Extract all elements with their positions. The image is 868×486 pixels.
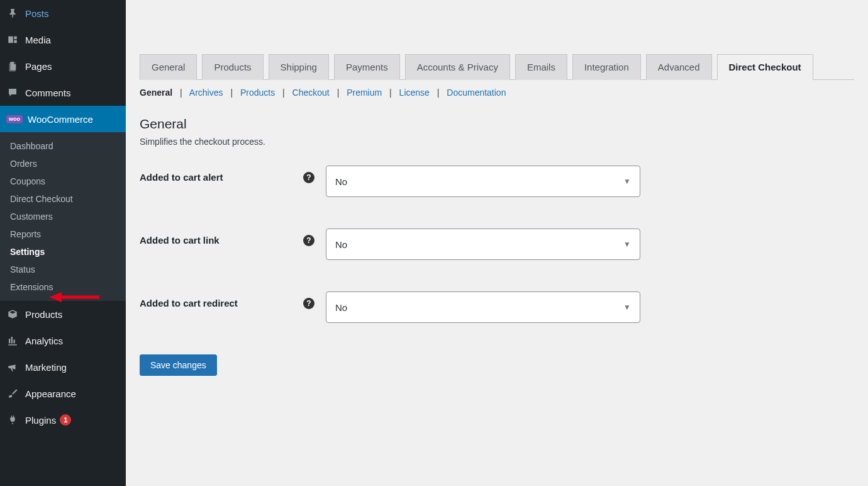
field-label: Added to cart link <box>140 229 303 246</box>
menu-label: Appearance <box>25 388 76 399</box>
settings-tabs: General Products Shipping Payments Accou… <box>140 54 854 80</box>
section-description: Simplifies the checkout process. <box>140 137 854 147</box>
pin-icon <box>6 7 19 20</box>
tab-shipping[interactable]: Shipping <box>269 54 329 80</box>
menu-label: WooCommerce <box>28 114 93 125</box>
chevron-down-icon: ▼ <box>623 240 631 249</box>
subnav-checkout[interactable]: Checkout <box>292 88 330 98</box>
menu-marketing[interactable]: Marketing <box>0 354 126 380</box>
products-icon <box>6 308 19 320</box>
pages-icon <box>6 60 19 72</box>
tab-integration[interactable]: Integration <box>572 54 641 80</box>
menu-woocommerce[interactable]: woo WooCommerce <box>0 106 126 132</box>
menu-label: Comments <box>25 88 71 98</box>
menu-appearance[interactable]: Appearance <box>0 380 126 407</box>
save-changes-button[interactable]: Save changes <box>140 354 217 376</box>
update-count-badge: 1 <box>60 414 71 426</box>
woocommerce-submenu: Dashboard Orders Coupons Direct Checkout… <box>0 132 126 301</box>
tab-emails[interactable]: Emails <box>515 54 567 80</box>
tab-direct-checkout[interactable]: Direct Checkout <box>717 54 813 80</box>
field-added-to-cart-alert: Added to cart alert ? No ▼ <box>140 166 854 197</box>
help-icon[interactable]: ? <box>303 235 314 246</box>
field-label: Added to cart alert <box>140 166 303 183</box>
menu-analytics[interactable]: Analytics <box>0 327 126 354</box>
menu-products[interactable]: Products <box>0 301 126 327</box>
menu-label: Products <box>25 309 62 320</box>
chevron-down-icon: ▼ <box>623 303 631 312</box>
tab-payments[interactable]: Payments <box>334 54 400 80</box>
select-added-to-cart-redirect[interactable]: No ▼ <box>326 291 640 323</box>
subnav-premium[interactable]: Premium <box>347 88 382 98</box>
menu-plugins[interactable]: Plugins 1 <box>0 407 126 433</box>
chevron-down-icon: ▼ <box>623 177 631 186</box>
subnav-license[interactable]: License <box>399 88 430 98</box>
submenu-direct-checkout[interactable]: Direct Checkout <box>0 190 126 208</box>
select-value: No <box>335 239 347 250</box>
field-added-to-cart-redirect: Added to cart redirect ? No ▼ <box>140 291 854 323</box>
select-value: No <box>335 302 347 313</box>
comment-icon <box>6 86 19 99</box>
menu-label: Plugins <box>25 415 56 426</box>
submenu-status[interactable]: Status <box>0 261 126 278</box>
submenu-customers[interactable]: Customers <box>0 208 126 225</box>
subnav-archives[interactable]: Archives <box>189 88 223 98</box>
tab-advanced[interactable]: Advanced <box>646 54 712 80</box>
submenu-coupons[interactable]: Coupons <box>0 172 126 190</box>
menu-label: Media <box>25 35 51 45</box>
subnav-products[interactable]: Products <box>240 88 275 98</box>
section-title: General <box>140 116 854 132</box>
field-added-to-cart-link: Added to cart link ? No ▼ <box>140 229 854 260</box>
menu-media[interactable]: Media <box>0 26 126 53</box>
menu-pages[interactable]: Pages <box>0 53 126 79</box>
main-content: General Products Shipping Payments Accou… <box>126 0 868 486</box>
submenu-dashboard[interactable]: Dashboard <box>0 137 126 155</box>
menu-label: Pages <box>25 61 52 72</box>
help-icon[interactable]: ? <box>303 298 314 309</box>
submenu-settings[interactable]: Settings <box>0 243 126 261</box>
menu-posts[interactable]: Posts <box>0 0 126 26</box>
brush-icon <box>6 387 19 400</box>
select-added-to-cart-link[interactable]: No ▼ <box>326 229 640 260</box>
select-added-to-cart-alert[interactable]: No ▼ <box>326 166 640 197</box>
subnav-general[interactable]: General <box>140 88 172 98</box>
menu-label: Analytics <box>25 336 63 346</box>
analytics-icon <box>6 334 19 347</box>
tab-products[interactable]: Products <box>202 54 263 80</box>
menu-comments[interactable]: Comments <box>0 79 126 106</box>
admin-sidebar: Posts Media Pages Comments woo WooCommer… <box>0 0 126 486</box>
settings-subnav: General | Archives | Products | Checkout… <box>140 80 854 103</box>
tab-general[interactable]: General <box>140 54 197 80</box>
submenu-reports[interactable]: Reports <box>0 225 126 243</box>
tab-accounts-privacy[interactable]: Accounts & Privacy <box>405 54 510 80</box>
submenu-extensions[interactable]: Extensions <box>0 278 126 296</box>
woo-icon: woo <box>6 115 23 123</box>
megaphone-icon <box>6 361 19 373</box>
select-value: No <box>335 176 347 187</box>
subnav-documentation[interactable]: Documentation <box>447 88 506 98</box>
field-label: Added to cart redirect <box>140 291 303 308</box>
menu-label: Posts <box>25 8 49 19</box>
plugin-icon <box>6 414 19 426</box>
help-icon[interactable]: ? <box>303 172 314 183</box>
media-icon <box>6 33 19 46</box>
submenu-orders[interactable]: Orders <box>0 155 126 172</box>
menu-label: Marketing <box>25 362 67 373</box>
